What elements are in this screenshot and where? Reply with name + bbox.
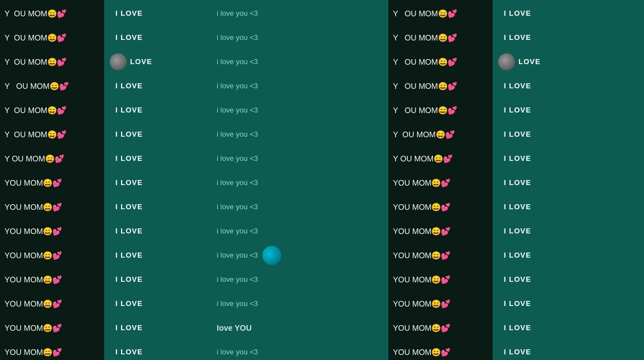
list-item: YOU MOM😄💕 bbox=[0, 267, 104, 291]
list-item: Y OU MOM😄💕 bbox=[388, 146, 493, 170]
list-item: YOU MOM😄💕 bbox=[0, 195, 104, 219]
col-left-teal: I LOVE I LOVE LOVE I LOVE I LOVE I LOVE … bbox=[104, 0, 214, 360]
list-item: YOU MOM😄💕 bbox=[388, 340, 493, 360]
list-item: I LOVE bbox=[493, 340, 602, 360]
main-container: Y OU MOM😄💕 Y OU MOM😄💕 Y OU MOM😄💕 Y OU MO… bbox=[0, 0, 644, 360]
list-item: i love you <3 bbox=[214, 74, 388, 98]
list-item: i love you <3 bbox=[214, 98, 388, 122]
list-item: I LOVE bbox=[493, 291, 602, 316]
list-item: i love you <3 bbox=[214, 25, 388, 50]
list-item: Y OU MOM😄💕 bbox=[388, 25, 493, 50]
list-item: I LOVE bbox=[493, 170, 602, 195]
list-item: Y OU MOM😄💕 bbox=[0, 146, 104, 170]
list-item: YOU MOM😄💕 bbox=[388, 219, 493, 243]
list-item: YOU MOM😄💕 bbox=[388, 195, 493, 219]
list-item: I LOVE bbox=[104, 340, 214, 360]
list-item: I LOVE bbox=[493, 98, 602, 122]
list-item: I LOVE bbox=[493, 316, 602, 340]
list-item: Y OU MOM😄💕 bbox=[388, 50, 493, 74]
list-item: Y OU MOM😄💕 bbox=[0, 25, 104, 50]
list-item: YOU MOM😄💕 bbox=[388, 170, 493, 195]
orb-left bbox=[110, 53, 127, 70]
list-item: I LOVE bbox=[104, 316, 214, 340]
list-item: I LOVE bbox=[104, 1, 214, 25]
list-item: I LOVE bbox=[104, 219, 214, 243]
list-item: YOU MOM😄💕 bbox=[0, 291, 104, 316]
list-item: LOVE bbox=[104, 50, 214, 74]
col-right-dark: Y OU MOM😄💕 Y OU MOM😄💕 Y OU MOM😄💕 Y OU MO… bbox=[388, 0, 493, 360]
col-center: i love you <3 i love you <3 i love you <… bbox=[214, 0, 388, 360]
list-item: YOU MOM😄💕 bbox=[388, 267, 493, 291]
list-item: Y OU MOM😄💕 bbox=[0, 122, 104, 146]
list-item: I LOVE bbox=[104, 146, 214, 170]
list-item: I LOVE bbox=[493, 25, 602, 50]
list-item: YOU MOM😄💕 bbox=[388, 316, 493, 340]
list-item: I LOVE bbox=[104, 243, 214, 267]
orb-right bbox=[498, 53, 515, 70]
list-item: I LOVE bbox=[104, 122, 214, 146]
list-item: Y OU MOM😄💕 bbox=[0, 50, 104, 74]
list-item: Y OU MOM😄💕 bbox=[0, 98, 104, 122]
list-item: YOU MOM😄💕 bbox=[0, 243, 104, 267]
list-item: I LOVE bbox=[493, 267, 602, 291]
list-item: I LOVE bbox=[104, 170, 214, 195]
list-item: YOU MOM😄💕 bbox=[0, 340, 104, 360]
list-item: i love you <3 bbox=[214, 122, 388, 146]
list-item: Iove YOU bbox=[214, 316, 388, 340]
list-item: i love you <3 bbox=[214, 219, 388, 243]
col-left-dark: Y OU MOM😄💕 Y OU MOM😄💕 Y OU MOM😄💕 Y OU MO… bbox=[0, 0, 104, 360]
list-item: Y OU MOM😄💕 bbox=[0, 1, 104, 25]
list-item: Y OU MOM😄💕 bbox=[388, 98, 493, 122]
list-item: I LOVE bbox=[493, 195, 602, 219]
list-item: I LOVE bbox=[493, 1, 602, 25]
list-item: YOU MOM😄💕 bbox=[0, 219, 104, 243]
list-item: LOVE bbox=[493, 50, 602, 74]
list-item: I LOVE bbox=[104, 25, 214, 50]
list-item: I LOVE bbox=[104, 98, 214, 122]
list-item: i love you <3 bbox=[214, 243, 388, 267]
list-item: I LOVE bbox=[104, 291, 214, 316]
list-item: i love you <3 bbox=[214, 291, 388, 316]
list-item: i love you <3 bbox=[214, 267, 388, 291]
list-item: i love you <3 bbox=[214, 195, 388, 219]
list-item: Y OU MOM😄💕 bbox=[388, 74, 493, 98]
list-item: Y OU MOM😄💕 bbox=[388, 1, 493, 25]
list-item: I LOVE bbox=[104, 195, 214, 219]
list-item: YOU MOM😄💕 bbox=[388, 291, 493, 316]
list-item: YOU MOM😄💕 bbox=[0, 170, 104, 195]
list-item: i love you <3 bbox=[214, 146, 388, 170]
list-item: I LOVE bbox=[493, 243, 602, 267]
list-item: I LOVE bbox=[493, 219, 602, 243]
list-item: i love you <3 bbox=[214, 1, 388, 25]
list-item: YOU MOM😄💕 bbox=[0, 316, 104, 340]
list-item: I LOVE bbox=[493, 74, 602, 98]
list-item: I LOVE bbox=[104, 74, 214, 98]
list-item: i love you <3 bbox=[214, 170, 388, 195]
list-item: Y OU MOM😄💕 bbox=[0, 74, 104, 98]
col-right-teal: I LOVE I LOVE LOVE I LOVE I LOVE I LOVE … bbox=[493, 0, 602, 360]
list-item: I LOVE bbox=[493, 146, 602, 170]
list-item: I LOVE bbox=[493, 122, 602, 146]
list-item: YOU MOM😄💕 bbox=[388, 243, 493, 267]
list-item: i love you <3 bbox=[214, 50, 388, 74]
list-item: I LOVE bbox=[104, 267, 214, 291]
orb-center bbox=[262, 246, 281, 265]
list-item: i love you <3 bbox=[214, 340, 388, 360]
list-item: Y OU MOM😄💕 bbox=[388, 122, 493, 146]
